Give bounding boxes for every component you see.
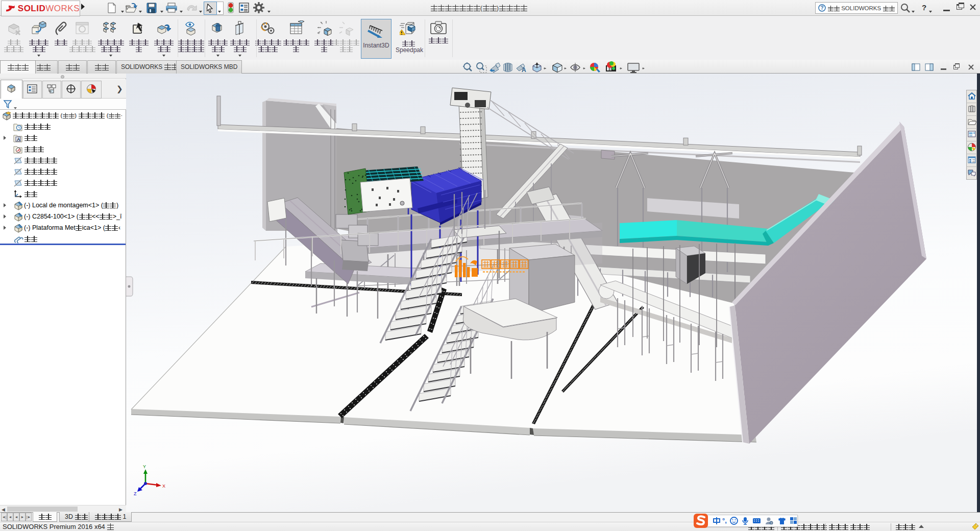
svg-text:Z: Z [134,491,137,496]
svg-text:Y: Y [143,464,146,469]
svg-text:X: X [162,484,165,489]
svg-text:°,: °, [722,517,727,524]
svg-text:A: A [522,66,526,74]
svg-text:A: A [17,137,20,142]
svg-text:?: ? [821,5,824,11]
